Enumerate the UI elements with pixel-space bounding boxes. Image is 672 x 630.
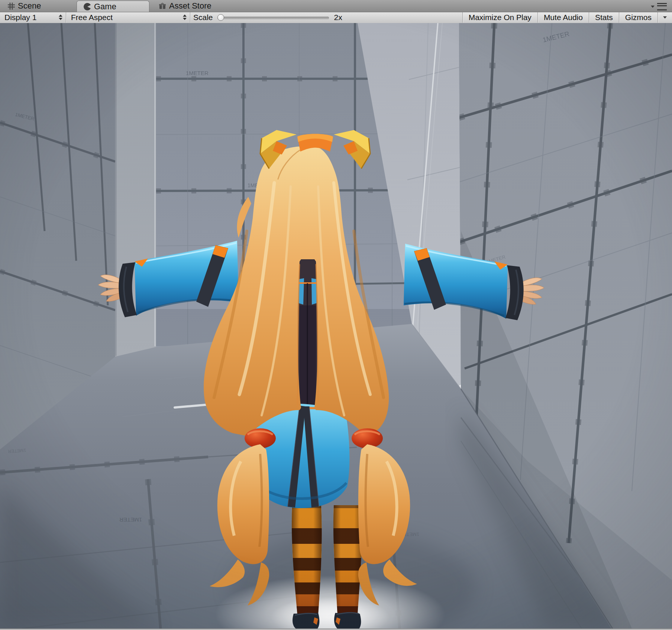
tab-game[interactable]: Game — [77, 1, 149, 12]
gizmos-dropdown-icon — [663, 16, 667, 19]
scale-control: Scale 2x — [193, 12, 342, 23]
tab-asset-store-label: Asset Store — [169, 1, 211, 11]
asset-store-box-icon — [159, 2, 166, 10]
pane-menu-icon[interactable] — [657, 3, 667, 10]
scale-value: 2x — [334, 13, 342, 22]
viewport-vignette — [0, 23, 672, 629]
stats-button[interactable]: Stats — [589, 12, 619, 23]
display-dropdown-label: Display 1 — [4, 13, 36, 22]
scale-slider-track[interactable] — [217, 17, 329, 19]
game-pacman-icon — [84, 3, 91, 10]
gizmos-dropdown-button[interactable] — [658, 12, 672, 23]
mute-audio-button[interactable]: Mute Audio — [537, 12, 589, 23]
tab-scene-label: Scene — [18, 1, 41, 11]
unity-game-view-window: Scene Game Asset Store — [0, 0, 672, 630]
tab-asset-store[interactable]: Asset Store — [159, 0, 211, 12]
maximize-on-play-button[interactable]: Maximize On Play — [462, 12, 537, 23]
rendered-scene: 1METER 1METER 1METER — [0, 23, 672, 629]
gizmos-button[interactable]: Gizmos — [619, 12, 658, 23]
tab-game-label: Game — [94, 2, 116, 12]
window-bottom-edge — [0, 629, 672, 630]
toolbar-buttons: Maximize On Play Mute Audio Stats Gizmos — [462, 12, 672, 23]
scale-label: Scale — [193, 13, 213, 22]
aspect-dropdown-label: Free Aspect — [71, 13, 113, 22]
scene-grid-icon — [8, 3, 15, 10]
popup-updown-icon — [59, 14, 62, 20]
pane-controls — [651, 3, 667, 10]
game-viewport[interactable]: 1METER 1METER 1METER — [0, 23, 672, 629]
aspect-dropdown[interactable]: Free Aspect — [67, 12, 190, 23]
game-view-toolbar: Display 1 Free Aspect Scale 2x Maximize … — [0, 12, 672, 23]
display-dropdown[interactable]: Display 1 — [0, 12, 66, 23]
scale-slider-knob[interactable] — [217, 14, 224, 21]
pane-dropdown-icon[interactable] — [651, 6, 655, 8]
popup-updown-icon — [183, 14, 187, 20]
scale-slider[interactable] — [217, 12, 329, 23]
tab-scene[interactable]: Scene — [8, 0, 41, 12]
editor-tab-strip: Scene Game Asset Store — [0, 0, 672, 12]
